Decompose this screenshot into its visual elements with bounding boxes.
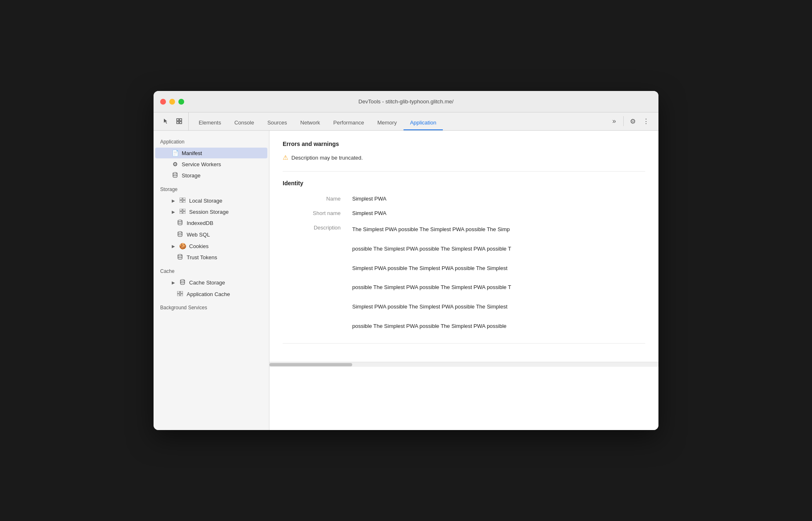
session-storage-icon [179, 208, 186, 215]
application-cache-icon [177, 291, 183, 297]
label-short-name: Short name [283, 206, 349, 220]
svg-rect-2 [177, 122, 179, 124]
svg-rect-19 [177, 294, 180, 296]
warning-row: ⚠ Description may be truncated. [283, 152, 645, 163]
horizontal-scrollbar[interactable] [269, 362, 658, 367]
section-divider-2 [283, 343, 645, 344]
window-controls [160, 99, 184, 105]
svg-rect-5 [180, 198, 182, 200]
svg-rect-18 [180, 291, 183, 293]
session-storage-arrow: ▶ [172, 210, 175, 214]
close-button[interactable] [160, 99, 166, 105]
sidebar-section-background: Background Services [154, 300, 269, 313]
sidebar-item-manifest[interactable]: 📄 Manifest [155, 148, 267, 158]
main-content: Application 📄 Manifest ⚙ Service Workers… [154, 131, 658, 430]
window-title: DevTools - stitch-glib-typhoon.glitch.me… [358, 98, 454, 105]
devtools-window: DevTools - stitch-glib-typhoon.glitch.me… [154, 91, 658, 430]
svg-rect-3 [180, 122, 182, 124]
local-storage-icon [179, 197, 186, 204]
svg-rect-17 [177, 291, 180, 293]
cookies-icon: 🍪 [179, 243, 186, 249]
sidebar-section-cache: Cache [154, 263, 269, 277]
field-short-name: Short name Simplest PWA [283, 206, 645, 220]
value-short-name: Simplest PWA [349, 206, 645, 220]
sidebar-item-cookies[interactable]: ▶ 🍪 Cookies [155, 241, 267, 251]
indexeddb-icon [177, 220, 183, 227]
tab-elements[interactable]: Elements [192, 115, 228, 130]
content-inner: Errors and warnings ⚠ Description may be… [269, 131, 658, 362]
sidebar-item-storage[interactable]: Storage [155, 170, 267, 181]
svg-point-15 [178, 254, 182, 256]
more-tabs-button[interactable]: » [608, 115, 620, 127]
sidebar-item-cache-storage[interactable]: ▶ Cache Storage [155, 277, 267, 288]
identity-title: Identity [283, 180, 645, 186]
value-name: Simplest PWA [349, 191, 645, 206]
sidebar-item-web-sql[interactable]: Web SQL [155, 229, 267, 240]
field-name: Name Simplest PWA [283, 191, 645, 206]
svg-rect-6 [183, 198, 185, 200]
errors-section: Errors and warnings ⚠ Description may be… [283, 141, 645, 163]
label-name: Name [283, 191, 349, 206]
tab-actions: » ⚙ ⋮ [605, 112, 655, 130]
svg-rect-11 [180, 212, 182, 214]
warning-text: Description may be truncated. [291, 155, 363, 161]
settings-button[interactable]: ⚙ [627, 115, 639, 127]
errors-title: Errors and warnings [283, 141, 645, 147]
tab-sources[interactable]: Sources [261, 115, 294, 130]
sidebar-item-trust-tokens[interactable]: Trust Tokens [155, 252, 267, 263]
storage-main-icon [172, 172, 178, 179]
sidebar-item-session-storage[interactable]: ▶ Session Storage [155, 206, 267, 217]
inspect-icon[interactable] [173, 115, 185, 127]
sidebar-item-application-cache[interactable]: Application Cache [155, 289, 267, 299]
svg-point-13 [178, 220, 182, 222]
svg-rect-1 [180, 119, 182, 121]
svg-point-14 [178, 232, 182, 233]
tab-bar: Elements Console Sources Network Perform… [154, 112, 658, 131]
tab-console[interactable]: Console [228, 115, 261, 130]
identity-section: Identity Name Simplest PWA Short name Si… [283, 180, 645, 335]
svg-rect-20 [180, 294, 183, 296]
tab-application[interactable]: Application [404, 115, 443, 130]
svg-rect-8 [183, 201, 185, 203]
tab-memory[interactable]: Memory [371, 115, 404, 130]
sidebar-section-storage: Storage [154, 182, 269, 195]
maximize-button[interactable] [178, 99, 184, 105]
sidebar-item-service-workers[interactable]: ⚙ Service Workers [155, 159, 267, 170]
cache-storage-icon [179, 279, 186, 286]
local-storage-arrow: ▶ [172, 198, 175, 203]
tab-performance[interactable]: Performance [327, 115, 370, 130]
svg-rect-7 [180, 201, 182, 203]
svg-rect-10 [183, 209, 185, 211]
service-workers-icon: ⚙ [172, 161, 178, 167]
tab-network[interactable]: Network [294, 115, 327, 130]
svg-point-16 [180, 280, 185, 281]
svg-rect-9 [180, 209, 182, 211]
svg-rect-0 [177, 119, 179, 121]
field-description: Description The Simplest PWA possible Th… [283, 220, 645, 335]
content-panel: Errors and warnings ⚠ Description may be… [269, 131, 658, 430]
cache-storage-arrow: ▶ [172, 280, 175, 285]
warning-icon: ⚠ [283, 154, 288, 161]
cookies-arrow: ▶ [172, 244, 175, 249]
sidebar-item-local-storage[interactable]: ▶ Local Storage [155, 195, 267, 206]
sidebar: Application 📄 Manifest ⚙ Service Workers… [154, 131, 269, 430]
web-sql-icon [177, 231, 183, 238]
tab-bar-divider [623, 116, 624, 126]
label-description: Description [283, 220, 349, 335]
section-divider-1 [283, 171, 645, 172]
tab-icon-group [157, 112, 189, 130]
title-bar: DevTools - stitch-glib-typhoon.glitch.me… [154, 91, 658, 112]
svg-point-4 [173, 172, 177, 174]
more-options-button[interactable]: ⋮ [640, 115, 652, 127]
cursor-icon[interactable] [160, 115, 172, 127]
minimize-button[interactable] [169, 99, 175, 105]
manifest-icon: 📄 [172, 150, 178, 156]
horizontal-scrollbar-thumb[interactable] [269, 363, 352, 366]
sidebar-section-application: Application [154, 134, 269, 147]
svg-rect-12 [183, 212, 185, 214]
value-description: The Simplest PWA possible The Simplest P… [349, 220, 645, 335]
identity-table: Name Simplest PWA Short name Simplest PW… [283, 191, 645, 335]
sidebar-item-indexeddb[interactable]: IndexedDB [155, 217, 267, 229]
trust-tokens-icon [177, 254, 183, 261]
